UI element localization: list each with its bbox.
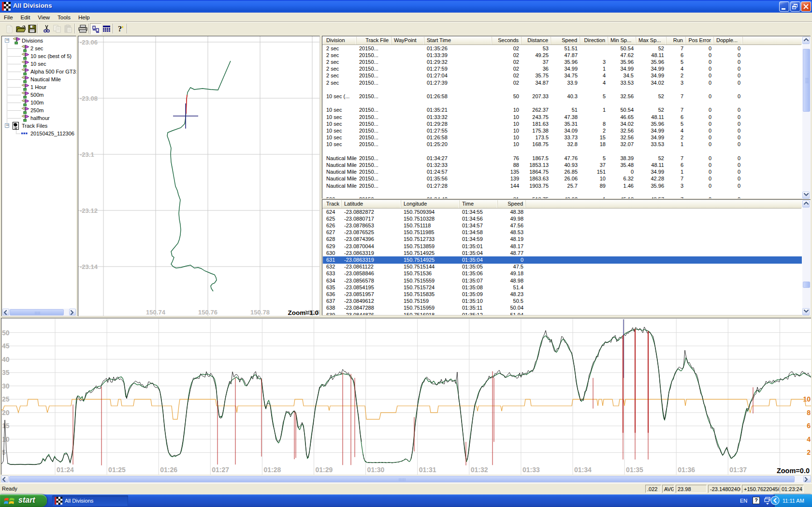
toolbar-copy-button[interactable] [51, 23, 63, 34]
column-header-speed[interactable]: Speed [498, 200, 526, 208]
table-row[interactable]: Nautical Mile20150...01:32:33881853.1340… [323, 162, 802, 168]
table-row[interactable]: 627-23.0876525150.751198501:34:5848.53 [323, 229, 802, 236]
tree-item-track-files[interactable]: −Track Files [2, 122, 76, 130]
table-row[interactable]: 10 sec20150...01:35:2110262.3751150.5452… [323, 107, 802, 114]
table-row[interactable]: 629-23.0870044150.751385901:35:0148.17 [323, 243, 802, 250]
table-row[interactable]: 500m20150...01:34:4231518.7548.92145.184… [323, 196, 802, 198]
chart-scroll-thumb[interactable] [9, 476, 795, 482]
table-row[interactable]: 632-23.0861122150.751514401:35:0547.5 [323, 264, 802, 270]
column-header-min-sp-[interactable]: Min Sp... [608, 37, 636, 45]
toolbar-position-plot-button[interactable] [90, 23, 102, 34]
toolbar-help-button[interactable]: ? [115, 23, 127, 34]
scroll-left-button[interactable] [1, 476, 9, 482]
table-row[interactable]: 2 sec20150...01:27:59023634.99134.9934.9… [323, 66, 802, 73]
tree-item-10-sec-best-of-5-[interactable]: 10 sec (best of 5) [2, 52, 76, 60]
column-header-start-time[interactable]: Start Time [424, 37, 492, 45]
toolbar-print-button[interactable] [77, 23, 88, 34]
column-header-direction[interactable]: Direction [580, 37, 608, 45]
table-row[interactable] [323, 148, 802, 155]
table-row[interactable]: 634-23.0856578150.751555901:35:0748.98 [323, 277, 802, 284]
close-button[interactable] [801, 1, 811, 12]
table-row[interactable]: 636-23.0851957150.751583501:35:0948.23 [323, 291, 802, 298]
table-row[interactable]: Nautical Mile20150...01:34:27761867.547.… [323, 155, 802, 162]
table-row[interactable]: 2 sec20150...01:27:040235.7534.75434.534… [323, 73, 802, 79]
toolbar-open-folder-button[interactable] [15, 23, 27, 34]
clock[interactable]: 11:11 AM [783, 498, 804, 504]
tree-item-halfhour[interactable]: halfhour [2, 114, 76, 122]
scroll-down-button[interactable] [802, 192, 810, 199]
column-header-run[interactable]: Run [667, 37, 686, 45]
toolbar-table-view-button[interactable] [101, 23, 112, 34]
tree-item-divisions[interactable]: −Divisions [2, 37, 76, 45]
table-row[interactable]: 624-23.0882872150.750939401:34:5548.38 [323, 209, 802, 215]
table-row[interactable]: Nautical Mile20150...01:27:281441903.752… [323, 182, 802, 189]
table-vertical-scrollbar[interactable] [802, 37, 811, 199]
tree-item-20150425-112306[interactable]: 20150425_112306 [2, 130, 76, 137]
toolbar-save-button[interactable] [26, 23, 38, 34]
column-header-longitude[interactable]: Longitude [401, 200, 460, 208]
table-row[interactable]: 626-23.0878653150.75111801:34:5747.56 [323, 222, 802, 229]
column-header-pos-error[interactable]: Pos Error [686, 37, 714, 45]
table-scroll-thumb[interactable] [803, 49, 810, 112]
tree-scroll-thumb[interactable] [10, 309, 64, 315]
table-row[interactable]: 10 sec20150...01:29:2810181.6335.31834.0… [323, 120, 802, 127]
table-vertical-scrollbar[interactable] [802, 200, 811, 315]
scroll-left-button[interactable] [2, 309, 9, 315]
tree-item-2-sec[interactable]: 2 sec [2, 45, 76, 52]
scroll-up-button[interactable] [802, 37, 810, 44]
table-row[interactable]: 2 sec20150...01:29:32023735.96335.9635.9… [323, 59, 802, 65]
scroll-right-button[interactable] [69, 309, 76, 315]
tree-item-1-hour[interactable]: 1 Hour [2, 83, 76, 91]
toolbar-new-file-button[interactable] [3, 23, 15, 34]
scroll-down-button[interactable] [802, 308, 810, 315]
table-row[interactable]: 637-23.0849612150.7515901:35:1050.5 [323, 298, 802, 305]
restore-button[interactable] [790, 1, 800, 12]
table-row[interactable]: 2 sec20150...01:35:26025351.5150.5452700 [323, 45, 802, 52]
table-row[interactable]: 2 sec20150...01:33:390249.2547.8747.6248… [323, 52, 802, 59]
menu-file[interactable]: File [0, 13, 17, 22]
table-row-selected[interactable]: 631-23.0863319150.751492501:35:040 [323, 256, 802, 263]
toolbar-cut-button[interactable] [41, 23, 52, 34]
keyboard-help-icon[interactable]: ? [753, 497, 760, 504]
start-button[interactable]: start [0, 494, 47, 507]
scroll-up-button[interactable] [802, 200, 810, 208]
tree-horizontal-scrollbar[interactable] [2, 309, 76, 316]
hide-icons-chevron[interactable] [770, 496, 780, 505]
table-row[interactable] [323, 100, 802, 107]
table-row[interactable]: Nautical Mile20150...01:35:561391863.632… [323, 176, 802, 182]
tree-item-100m[interactable]: 100m [2, 99, 76, 106]
table-row[interactable]: 10 sec (...20150...01:26:5850207.3340.35… [323, 93, 802, 100]
column-header-seconds[interactable]: Seconds [492, 37, 522, 45]
minimize-button[interactable] [779, 1, 789, 12]
table-row[interactable]: 628-23.0874396150.751273301:34:5948.19 [323, 236, 802, 243]
language-indicator[interactable]: EN [740, 498, 747, 504]
table-row[interactable] [323, 189, 802, 196]
scroll-right-button[interactable] [803, 476, 811, 482]
column-header-dopple-[interactable]: Dopple... [714, 37, 743, 45]
table-row[interactable]: 2 sec20150...01:27:390234.8733.9433.5334… [323, 79, 802, 86]
table-row[interactable]: 10 sec20150...01:27:5510175.3834.09232.5… [323, 127, 802, 134]
column-header-division[interactable]: Division [324, 37, 357, 45]
tree-expand-box[interactable]: − [5, 123, 9, 128]
menu-view[interactable]: View [34, 13, 54, 22]
menu-tools[interactable]: Tools [54, 13, 74, 22]
tree-expand-box[interactable]: − [5, 38, 9, 43]
table-row[interactable] [323, 86, 802, 93]
tree-item-10-sec[interactable]: 10 sec [2, 60, 76, 68]
tree-item-alpha-500-for-gt3-[interactable]: Alpha 500 For GT3: [2, 68, 76, 75]
table-row[interactable]: 10 sec20150...01:25:2010168.7532.81832.0… [323, 141, 802, 148]
menu-help[interactable]: Help [74, 13, 94, 22]
column-header-distance[interactable]: Distance [522, 37, 551, 45]
toolbar-paste-button[interactable] [62, 23, 74, 34]
column-header-speed[interactable]: Speed [551, 37, 580, 45]
column-header-time[interactable]: Time [460, 200, 498, 208]
table-scroll-thumb[interactable] [803, 282, 810, 288]
speed-chart[interactable]: 510152025303540455001:2401:2501:2601:270… [1, 318, 811, 475]
table-row[interactable]: 10 sec20150...01:33:3210243.7547.3846.65… [323, 114, 802, 120]
table-row[interactable]: 635-23.0854195150.751572401:35:0851.4 [323, 284, 802, 291]
table-row[interactable]: Nautical Mile20150...01:24:571351864.752… [323, 169, 802, 176]
menu-edit[interactable]: Edit [17, 13, 34, 22]
column-header-max-sp-[interactable]: Max Sp... [636, 37, 667, 45]
table-row[interactable]: 633-23.0858846150.75153601:35:0649.18 [323, 270, 802, 277]
tree-item-250m[interactable]: 250m [2, 106, 76, 114]
